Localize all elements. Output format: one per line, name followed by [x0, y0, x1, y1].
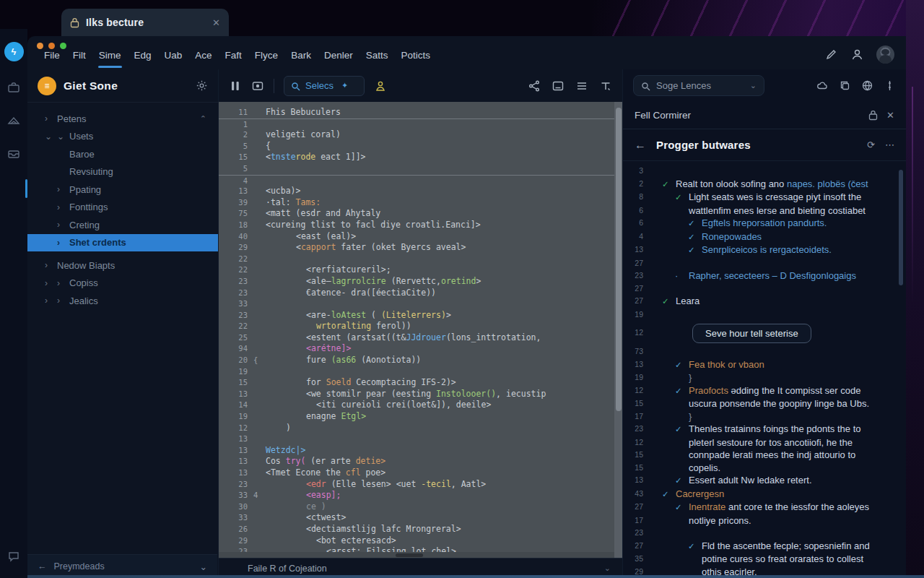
sidebar-item-shet-crdents[interactable]: ›Shet crdents	[27, 234, 218, 252]
menu-item-ace[interactable]: Ace	[188, 46, 218, 68]
code-line: 20{fure (as66 (Aonotiota))	[219, 355, 622, 366]
sidebar-item-label: Ppating	[69, 184, 101, 195]
titlebar: FileFiltSimeEdgUabAceFaftFlyceBarkDenler…	[27, 36, 906, 69]
more-icon[interactable]: ⋯	[885, 139, 894, 150]
sidebar-item-label: Revsiuting	[69, 166, 113, 177]
left-sidebar: ≡ Giet Sone ›Petens⌃⌄⌄UsetsBaroeRevsiuti…	[27, 69, 219, 578]
code-line: 15for Soeld Cecomptacing IFS-2)>	[219, 377, 622, 389]
menu-item-bark[interactable]: Bark	[284, 46, 318, 68]
sidebar-item-revsiuting[interactable]: Revsiuting	[27, 163, 218, 181]
gear-icon[interactable]	[196, 79, 208, 92]
code-line: 29<capport fater (oket Byercs aveal>	[219, 242, 622, 254]
edit-pen-icon[interactable]	[824, 48, 838, 61]
search-placeholder: Soge Lences	[656, 80, 744, 91]
menu-item-satts[interactable]: Satts	[359, 46, 395, 68]
menu-item-uab[interactable]: Uab	[158, 46, 189, 68]
user-icon[interactable]	[850, 48, 864, 61]
assistant-person-icon[interactable]	[374, 79, 387, 92]
check-icon: ✓	[688, 540, 702, 553]
menu-lines-icon[interactable]	[575, 79, 588, 92]
chevron-down-icon: ⌄	[200, 561, 207, 572]
code-line: 5{	[219, 141, 622, 152]
code-line: 25<estent (arstsat((t&JJdrouer(lons_intt…	[219, 332, 622, 344]
sidebar-item-usets[interactable]: ⌄⌄Usets	[27, 128, 218, 146]
app-rail: ϟ	[0, 29, 27, 578]
status-chevron-icon[interactable]: ⌄	[604, 564, 611, 573]
check-icon: ✓	[662, 178, 676, 191]
sidebar-item-fonttings[interactable]: ›Fonttings	[27, 199, 218, 217]
checklist-blank-row: 19	[623, 309, 906, 322]
code-line: 19enagne Etgl>	[219, 411, 622, 423]
rail-logo-icon[interactable]: ϟ	[4, 42, 24, 61]
inbox-icon[interactable]	[6, 147, 21, 161]
select-dropdown[interactable]: Selecs ✦	[284, 76, 365, 96]
browser-tab[interactable]: Ilks becture ✕	[61, 9, 229, 36]
menu-item-edg[interactable]: Edg	[128, 46, 158, 68]
globe-icon[interactable]	[861, 79, 873, 92]
code-line: 40<east (eal)>	[219, 231, 622, 243]
sidebar-item-petens[interactable]: ›Petens⌃	[27, 110, 218, 128]
pause-icon[interactable]	[229, 79, 242, 92]
sidebar-item-baroe[interactable]: Baroe	[27, 145, 218, 163]
screenshot-icon[interactable]	[251, 79, 264, 92]
chat-icon[interactable]	[6, 549, 21, 564]
checklist-blank-row: 73	[623, 345, 906, 358]
panel-close-icon[interactable]: ✕	[886, 110, 894, 121]
code-line: 13<ucba)>	[219, 186, 622, 197]
tab-close-icon[interactable]: ✕	[212, 17, 220, 28]
send-icon[interactable]	[6, 113, 21, 128]
checklist-row: 35potine cures so freat orarates to coll…	[623, 553, 906, 566]
check-icon: ✓	[688, 217, 702, 230]
bottom-glow	[27, 575, 924, 578]
code-pane[interactable]: 11Fhis Bebuculers12veligeti coral)5{15<t…	[219, 102, 622, 558]
sidebar-item-label: Copiss	[69, 277, 98, 288]
vertical-scrollbar[interactable]	[614, 102, 622, 558]
code-line: 4	[219, 175, 622, 186]
collapse-icon[interactable]: ⌃	[200, 114, 206, 124]
sidebar-item-copiss[interactable]: ››Copiss	[27, 275, 218, 293]
menu-item-faft[interactable]: Faft	[219, 46, 248, 68]
menu-item-file[interactable]: File	[38, 46, 66, 68]
check-icon: ✓	[675, 385, 689, 398]
sidebar-item-ppating[interactable]: ›Ppating	[27, 181, 218, 199]
checklist-blank-row: 27	[623, 257, 906, 270]
save-settings-button[interactable]: Seve hour tell seterise	[692, 324, 811, 343]
menu-item-flyce[interactable]: Flyce	[248, 46, 284, 68]
select-dropdown-label: Selecs	[305, 80, 334, 91]
horizontal-scrollbar[interactable]	[219, 552, 614, 558]
code-line: 13Wetzdc|>	[219, 445, 622, 457]
sidebar-item-jealics[interactable]: ››Jealics	[27, 292, 218, 310]
cloud-icon[interactable]	[816, 79, 829, 92]
sidebar-item-label: Petens	[57, 113, 86, 124]
lock-icon	[868, 110, 878, 121]
menu-bar: FileFiltSimeEdgUabAceFaftFlyceBarkDenler…	[38, 46, 437, 68]
share-icon[interactable]	[528, 79, 541, 92]
checklist-row: 13✓Senrpliceicos is rergacteoidets.	[623, 243, 906, 257]
code-line: 13Cos try( (er arte detie>	[219, 456, 622, 467]
back-arrow-icon[interactable]: ←	[635, 139, 646, 152]
copy-icon[interactable]	[839, 79, 851, 92]
briefcase-icon[interactable]	[6, 80, 21, 95]
refresh-icon[interactable]: ⟳	[867, 139, 875, 150]
menu-item-poticts[interactable]: Poticts	[394, 46, 437, 68]
panel-bottom-icon[interactable]	[552, 79, 565, 92]
tab-title: Ilks becture	[86, 17, 206, 28]
account-avatar[interactable]	[876, 46, 894, 64]
sparkle-icon: ✦	[341, 81, 348, 90]
plug-icon[interactable]	[884, 79, 896, 92]
sidebar-item-creting[interactable]: ›Creting	[27, 216, 218, 234]
checklist-row: 23✓Thenles tratainns foings the pdonts t…	[623, 423, 906, 436]
checklist-blank-row: 23	[623, 527, 906, 540]
editor-toolbar: Selecs ✦	[219, 69, 622, 102]
checklist-row: 27✓Leara	[623, 295, 906, 309]
text-tool-icon[interactable]	[599, 79, 612, 92]
menu-item-filt[interactable]: Filt	[66, 46, 92, 68]
code-line: 334<easp];	[219, 490, 622, 501]
sidebar-item-nedow-biapts[interactable]: ›Nedow Biapts	[27, 256, 218, 275]
search-input[interactable]: Soge Lences ⌄	[633, 75, 764, 96]
check-icon: ✓	[662, 296, 676, 309]
checklist-row: 17notliye pricons.	[623, 514, 906, 527]
menu-item-denler[interactable]: Denler	[318, 46, 359, 68]
menu-item-sime[interactable]: Sime	[92, 46, 128, 68]
code-line: 23€atence- dra([éectiaCite))	[219, 288, 622, 299]
